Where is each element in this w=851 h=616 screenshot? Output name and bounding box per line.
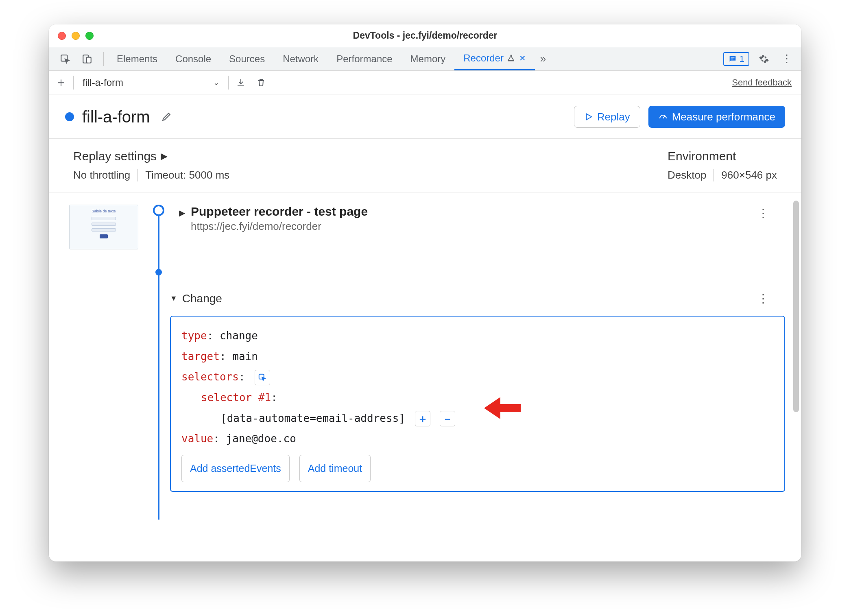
tab-network[interactable]: Network	[274, 47, 327, 70]
titlebar: DevTools - jec.fyi/demo/recorder	[49, 24, 801, 47]
viewport-value: 960×546 px	[721, 169, 777, 181]
replay-button[interactable]: Replay	[574, 106, 640, 128]
annotation-arrow-icon	[484, 394, 521, 422]
step-start-title: Puppeteer recorder - test page	[191, 205, 368, 218]
issues-count: 1	[740, 54, 744, 64]
chevron-right-icon: ▶	[161, 151, 168, 162]
tab-memory[interactable]: Memory	[401, 47, 455, 70]
recording-dot-icon	[65, 112, 74, 121]
tab-sources[interactable]: Sources	[220, 47, 274, 70]
field-key: target	[181, 350, 220, 363]
recorder-toolbar: ＋ fill-a-form ⌄ Send feedback	[49, 71, 801, 94]
field-key: selectors	[181, 371, 239, 383]
svg-rect-3	[731, 57, 734, 58]
step-menu-icon[interactable]: ⋮	[753, 205, 773, 221]
value-value[interactable]: jane@doe.co	[226, 433, 296, 445]
issues-chip[interactable]: 1	[723, 52, 749, 66]
close-window-button[interactable]	[58, 32, 66, 40]
delete-icon[interactable]	[253, 74, 269, 91]
export-icon[interactable]	[233, 74, 249, 91]
timeout-value: Timeout: 5000 ms	[145, 169, 229, 181]
selector-picker-button[interactable]	[255, 370, 270, 385]
field-key: type	[181, 330, 207, 342]
window-title: DevTools - jec.fyi/demo/recorder	[49, 30, 801, 41]
timeline	[151, 205, 167, 275]
chevron-down-icon: ⌄	[213, 78, 219, 87]
tab-elements[interactable]: Elements	[108, 47, 166, 70]
timeline-start-icon	[153, 205, 164, 216]
expand-step-icon[interactable]: ▶	[179, 208, 185, 218]
type-value[interactable]: change	[220, 330, 258, 342]
step-menu-icon[interactable]: ⋮	[753, 290, 773, 307]
selector-index: selector #1	[201, 391, 271, 404]
environment-title: Environment	[668, 149, 736, 163]
remove-selector-button[interactable]: －	[440, 411, 455, 426]
chat-icon	[728, 55, 737, 63]
measure-performance-button[interactable]: Measure performance	[648, 106, 785, 128]
add-recording-icon[interactable]: ＋	[53, 74, 69, 91]
inspect-icon[interactable]	[57, 51, 73, 67]
more-tabs-icon[interactable]: »	[535, 51, 551, 67]
flask-icon	[507, 54, 515, 62]
tab-console[interactable]: Console	[166, 47, 220, 70]
selector-value[interactable]: [data-automate=email-address]	[220, 412, 405, 424]
tab-performance[interactable]: Performance	[327, 47, 401, 70]
scrollbar[interactable]	[793, 201, 799, 412]
close-tab-icon[interactable]: ✕	[519, 53, 526, 63]
recording-select-value: fill-a-form	[83, 77, 123, 88]
field-key: value	[181, 433, 213, 445]
recording-header: fill-a-form Replay Measure performance	[49, 94, 801, 139]
throttling-value: No throttling	[73, 169, 130, 181]
tab-recorder[interactable]: Recorder ✕	[454, 47, 535, 70]
gear-icon[interactable]	[756, 51, 772, 67]
edit-title-icon[interactable]	[158, 109, 175, 125]
timeline-step-icon	[155, 269, 162, 275]
step-start-url: https://jec.fyi/demo/recorder	[191, 220, 368, 233]
svg-rect-2	[87, 57, 91, 63]
traffic-lights	[49, 32, 94, 40]
add-selector-button[interactable]: ＋	[415, 411, 430, 426]
step-thumbnail[interactable]: Saisie de texte	[69, 205, 138, 249]
target-value[interactable]: main	[232, 350, 258, 363]
replay-settings-toggle[interactable]: Replay settings ▶	[73, 149, 229, 163]
kebab-menu-icon[interactable]: ⋮	[779, 51, 795, 67]
play-icon	[584, 112, 593, 121]
send-feedback-link[interactable]: Send feedback	[732, 77, 797, 88]
settings-row: Replay settings ▶ No throttling Timeout:…	[49, 139, 801, 192]
svg-rect-4	[731, 59, 733, 59]
add-asserted-events-button[interactable]: Add assertedEvents	[181, 455, 290, 482]
gauge-icon	[658, 112, 668, 122]
minimize-window-button[interactable]	[72, 32, 80, 40]
devtools-window: DevTools - jec.fyi/demo/recorder Element…	[49, 24, 801, 561]
collapse-step-icon[interactable]: ▼	[170, 294, 177, 303]
device-toggle-icon[interactable]	[79, 51, 95, 67]
recording-select[interactable]: fill-a-form ⌄	[78, 74, 224, 91]
steps-panel: Saisie de texte ▶ Puppeteer recorder - t…	[49, 192, 801, 561]
add-timeout-button[interactable]: Add timeout	[299, 455, 371, 482]
step-details-card: type: change target: main selectors: sel…	[170, 316, 785, 492]
recording-title: fill-a-form	[82, 108, 150, 126]
maximize-window-button[interactable]	[85, 32, 94, 40]
step-change-label: Change	[182, 292, 222, 305]
devtools-tabs: Elements Console Sources Network Perform…	[49, 47, 801, 71]
device-value: Desktop	[668, 169, 706, 181]
